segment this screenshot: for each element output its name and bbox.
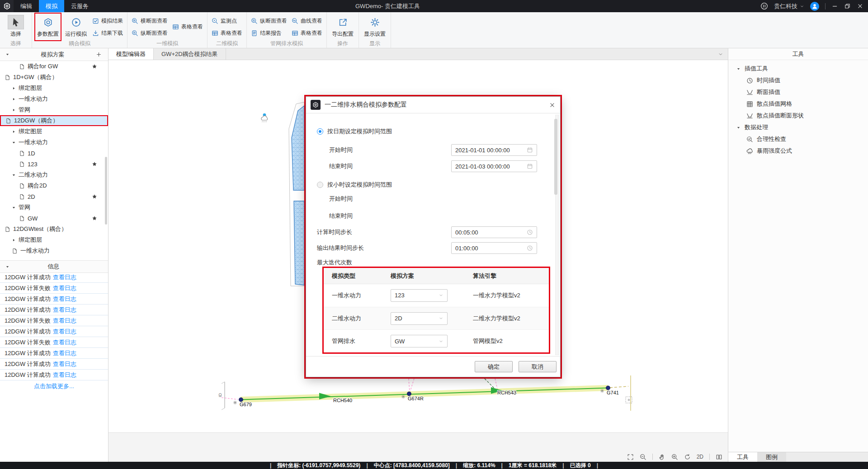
menu-模拟[interactable]: 模拟 xyxy=(39,0,64,12)
output-step-input[interactable]: 01:00:00 xyxy=(451,242,537,254)
tree-item-二维水动力[interactable]: 二维水动力 xyxy=(0,169,108,180)
dialog-close-icon[interactable] xyxy=(549,102,556,108)
ribbon-button-显示设置[interactable]: 显示设置 xyxy=(362,14,387,40)
view-log-link[interactable]: 查看日志 xyxy=(53,338,76,347)
radio-selected-icon[interactable] xyxy=(317,128,323,135)
tool-group-数据处理[interactable]: 数据处理 xyxy=(728,122,868,133)
view-log-link[interactable]: 查看日志 xyxy=(53,273,76,281)
scheme-select-二维水动力[interactable]: 2D xyxy=(391,312,448,325)
tool-group-插值工具[interactable]: 插值工具 xyxy=(728,63,868,75)
add-scheme-button[interactable] xyxy=(96,52,102,57)
view-log-link[interactable]: 查看日志 xyxy=(53,360,76,368)
tree-item-1D[interactable]: 1D xyxy=(0,148,108,159)
tree-item-管网[interactable]: 管网 xyxy=(0,104,108,115)
view-log-link[interactable]: 查看日志 xyxy=(53,317,76,325)
tool-散点插值网格[interactable]: 散点插值网格 xyxy=(728,98,868,110)
tool-断面插值[interactable]: 断面插值 xyxy=(728,86,868,98)
tree-item-绑定图层[interactable]: 绑定图层 xyxy=(0,83,108,94)
tree-item-一维水动力[interactable]: 一维水动力 xyxy=(0,94,108,104)
view-log-link[interactable]: 查看日志 xyxy=(53,284,76,292)
dialog-annotation-box: 一二维排水耦合模拟参数配置 按日期设定模拟时间范围 开始时间 2021-01-0… xyxy=(304,95,562,379)
clock-icon[interactable] xyxy=(527,229,533,235)
tree-item-12DGW（耦合）[interactable]: 12DGW（耦合） xyxy=(0,115,108,126)
tree-item-123[interactable]: 123 xyxy=(0,159,108,169)
tool-时间插值[interactable]: 时间插值 xyxy=(728,75,868,86)
dialog-scrollbar[interactable] xyxy=(555,115,559,355)
fit-view-icon[interactable] xyxy=(627,454,634,460)
ribbon-button-运行模拟[interactable]: 运行模拟 xyxy=(63,14,89,40)
view-log-link[interactable]: 查看日志 xyxy=(53,371,76,379)
ok-button[interactable]: 确定 xyxy=(475,361,513,372)
ribbon-button-表格查看[interactable]: 表格查看 xyxy=(172,23,203,31)
ribbon-button-结果报告[interactable]: 结果报告 xyxy=(251,29,287,37)
ribbon-button-选择[interactable]: 选择 xyxy=(3,14,28,40)
view-log-link[interactable]: 查看日志 xyxy=(53,306,76,314)
ribbon-button-模拟结果[interactable]: 模拟结果 xyxy=(92,17,123,25)
ribbon-button-横断面查看[interactable]: 横断面查看 xyxy=(132,17,168,25)
tree-item-绑定图层[interactable]: 绑定图层 xyxy=(0,234,108,245)
zoom-extent-icon[interactable] xyxy=(640,454,646,460)
minimize-button[interactable] xyxy=(831,3,838,9)
ribbon-button-曲线查看[interactable]: 曲线查看 xyxy=(292,17,322,25)
end-time-input[interactable]: 2021-01-03 00:00:00 xyxy=(451,160,537,172)
refresh-icon[interactable] xyxy=(684,454,691,460)
ribbon-button-参数配置[interactable]: 参数配置 xyxy=(35,14,61,40)
avatar[interactable] xyxy=(810,2,819,11)
view-log-link[interactable]: 查看日志 xyxy=(53,295,76,303)
view-log-link[interactable]: 查看日志 xyxy=(53,349,76,357)
ribbon-button-表格查看[interactable]: 表格查看 xyxy=(292,29,322,37)
left-sidebar: 模拟方案 耦合for GW1D+GW（耦合）绑定图层一维水动力管网12DGW（耦… xyxy=(0,48,108,462)
menu-编辑[interactable]: 编辑 xyxy=(14,0,39,12)
tri-r xyxy=(12,86,16,90)
scheme-select-一维水动力[interactable]: 123 xyxy=(391,289,448,302)
support-icon[interactable] xyxy=(760,2,768,10)
panel-tab-图例[interactable]: 图例 xyxy=(757,452,786,462)
org-switcher[interactable]: 贵仁科技 xyxy=(774,2,804,10)
pan-icon[interactable] xyxy=(659,454,665,460)
calendar-icon[interactable] xyxy=(527,147,533,153)
radio-hour-range[interactable]: 按小时设定模拟时间范围 xyxy=(317,180,392,189)
tree-item-一维水动力[interactable]: 一维水动力 xyxy=(0,137,108,148)
menu-云服务[interactable]: 云服务 xyxy=(64,0,95,12)
tree-item-GW[interactable]: GW xyxy=(0,213,108,224)
tree-scrollbar[interactable] xyxy=(105,157,107,225)
calendar-icon[interactable] xyxy=(527,163,533,169)
cancel-button[interactable]: 取消 xyxy=(519,361,557,372)
collapse-panel-icon[interactable] xyxy=(5,52,9,56)
collapse-panel-icon[interactable] xyxy=(5,265,9,269)
close-button[interactable] xyxy=(857,3,863,9)
tab-模型编辑器[interactable]: 模型编辑器 xyxy=(108,48,154,60)
radio-date-range[interactable]: 按日期设定模拟时间范围 xyxy=(317,127,392,136)
start-time-input[interactable]: 2021-01-01 00:00:00 xyxy=(451,144,537,156)
tool-散点插值断面形状[interactable]: 散点插值断面形状 xyxy=(728,110,868,122)
mode-2d-button[interactable]: 2D xyxy=(697,454,703,460)
clock-icon[interactable] xyxy=(527,245,533,251)
restore-button[interactable] xyxy=(844,3,851,9)
panel-tab-工具[interactable]: 工具 xyxy=(728,452,757,462)
ribbon-button-结果下载[interactable]: 结果下载 xyxy=(92,29,123,37)
scheme-select-管网排水[interactable]: GW xyxy=(391,335,448,347)
tree-item-12DGWtest（耦合）[interactable]: 12DGWtest（耦合） xyxy=(0,224,108,234)
ribbon-button-纵断面查看[interactable]: 纵断面查看 xyxy=(251,17,287,25)
calc-step-input[interactable]: 00:05:00 xyxy=(451,226,537,238)
ribbon-button-监测点[interactable]: 监测点 xyxy=(212,17,242,25)
tab-GW+2D耦合模拟结果[interactable]: GW+2D耦合模拟结果 xyxy=(154,48,226,60)
tab-overflow-chevron-icon[interactable] xyxy=(718,52,723,57)
radio-unselected-icon[interactable] xyxy=(317,182,323,188)
view-log-link[interactable]: 查看日志 xyxy=(53,328,76,336)
tool-合理性检查[interactable]: 合理性检查 xyxy=(728,133,868,145)
tree-item-耦合for GW[interactable]: 耦合for GW xyxy=(0,61,108,72)
load-more-link[interactable]: 点击加载更多... xyxy=(0,380,108,392)
tree-item-一维水动力[interactable]: 一维水动力 xyxy=(0,245,108,256)
ribbon-button-表格查看[interactable]: 表格查看 xyxy=(212,29,242,37)
tree-item-耦合2D[interactable]: 耦合2D xyxy=(0,180,108,191)
zoom-in-icon[interactable] xyxy=(671,454,678,460)
tool-暴雨强度公式[interactable]: 暴雨强度公式 xyxy=(728,145,868,157)
tree-item-绑定图层[interactable]: 绑定图层 xyxy=(0,126,108,137)
ribbon-button-纵断面查看[interactable]: 纵断面查看 xyxy=(132,29,168,37)
tree-item-2D[interactable]: 2D xyxy=(0,191,108,202)
split-view-icon[interactable] xyxy=(716,454,722,460)
tree-item-1D+GW（耦合）[interactable]: 1D+GW（耦合） xyxy=(0,72,108,83)
tree-item-管网[interactable]: 管网 xyxy=(0,202,108,213)
ribbon-button-导出配置[interactable]: 导出配置 xyxy=(330,14,355,40)
